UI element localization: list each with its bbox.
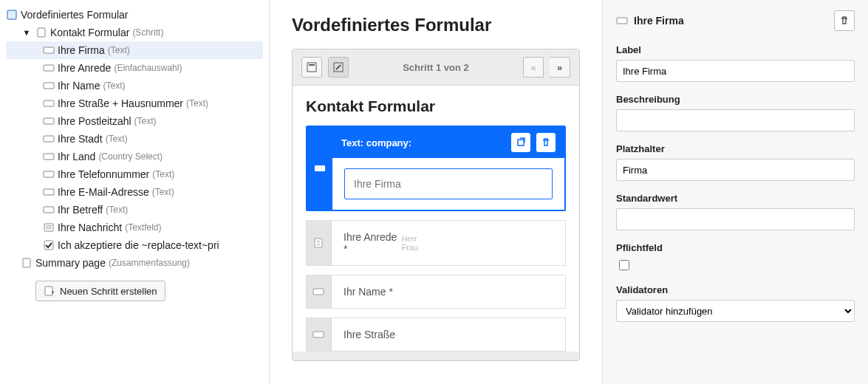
tree-field[interactable]: Ihre E-Mail-Adresse (Text)	[6, 183, 263, 201]
placeholder-input[interactable]	[616, 159, 855, 181]
inspector-panel: Ihre Firma Label Beschreibung Platzhalte…	[602, 0, 868, 384]
delete-button[interactable]	[834, 10, 855, 31]
preview-body: Kontakt Formular Text: company:	[293, 85, 579, 352]
svg-rect-0	[7, 10, 16, 19]
tree-field[interactable]: Ihre Stadt (Text)	[6, 130, 263, 148]
field-row-selected[interactable]: Text: company: Ihre Firma	[306, 126, 566, 211]
tree-root[interactable]: Vordefiniertes Formular	[6, 6, 263, 24]
svg-rect-15	[44, 241, 53, 250]
field-icon	[43, 186, 55, 198]
svg-text:+: +	[51, 289, 55, 296]
tree-field-type: (Text)	[103, 78, 126, 93]
preview-subtitle: Kontakt Formular	[306, 97, 566, 115]
svg-rect-24	[315, 239, 322, 247]
tree-field-label: Ihr Land	[58, 149, 95, 164]
desc-input[interactable]	[616, 109, 855, 131]
selected-field-placeholder[interactable]: Ihre Firma	[344, 168, 553, 199]
create-step-button[interactable]: + Neuen Schritt erstellen	[35, 281, 165, 301]
tree-step-label: Kontakt Formular	[50, 25, 129, 40]
delete-field-button[interactable]	[536, 133, 556, 152]
collapse-icon[interactable]: ▼	[21, 27, 33, 38]
tree-field-type: (Einfachauswahl)	[114, 61, 182, 75]
svg-rect-6	[44, 118, 54, 124]
field-icon	[43, 44, 55, 56]
field-icon	[43, 133, 55, 145]
desc-label: Beschreibung	[616, 94, 855, 105]
validators-label: Validatoren	[616, 284, 855, 295]
field-main: Ihre Anrede*HerrFrau	[331, 220, 566, 266]
validators-select[interactable]: Validator hinzufügen	[616, 300, 855, 322]
tree-summary[interactable]: Summary page (Zusammenfassung)	[6, 254, 263, 272]
tree-field-label: Ihre Stadt	[58, 131, 103, 146]
page-icon	[21, 257, 33, 269]
svg-rect-7	[44, 136, 54, 142]
default-label: Standardwert	[616, 193, 855, 204]
tree-field-type: (Text)	[134, 114, 157, 128]
tree-field[interactable]: Ihr Betreff (Text)	[6, 201, 263, 219]
svg-rect-27	[617, 18, 627, 24]
field-handle-icon	[306, 220, 331, 266]
tree-field-label: Ihre Straße + Hausnummer	[58, 96, 183, 111]
field-icon	[43, 204, 55, 216]
field-label: Ihre Anrede	[344, 231, 397, 243]
tree-field[interactable]: Ich akzeptiere die ~replace-text~pri	[6, 236, 263, 254]
preview-toolbar: Schritt 1 von 2 « »	[293, 49, 579, 85]
field-hint: HerrFrau	[401, 234, 418, 252]
required-label: Pflichtfeld	[616, 242, 855, 253]
tree-field-label: Ihr Name	[58, 78, 100, 93]
tree-field[interactable]: Ihre Postleitzahl (Text)	[6, 112, 263, 130]
tree-field-label: Ihre E-Mail-Adresse	[58, 185, 149, 199]
field-required-marker: *	[344, 243, 347, 255]
preview-box: Schritt 1 von 2 « » Kontakt Formular Tex…	[292, 49, 580, 361]
tree-field-type: (Country Select)	[98, 149, 163, 164]
svg-rect-16	[23, 258, 30, 267]
svg-rect-5	[44, 100, 54, 106]
field-row[interactable]: Ihre Anrede*HerrFrau	[306, 220, 566, 266]
edit-view-button[interactable]	[328, 57, 349, 78]
tree-field-type: (Text)	[108, 43, 130, 58]
required-checkbox[interactable]	[619, 260, 629, 270]
field-icon	[43, 151, 55, 162]
field-icon	[616, 15, 628, 27]
tree-field[interactable]: Ihre Straße + Hausnummer (Text)	[6, 95, 263, 112]
tree-field-type: (Text)	[106, 202, 128, 217]
field-row[interactable]: Ihre Straße	[306, 318, 566, 352]
tree-step-type: (Schritt)	[132, 25, 163, 40]
duplicate-field-button[interactable]	[511, 133, 530, 152]
svg-rect-4	[44, 83, 54, 89]
tree-step[interactable]: ▼ Kontakt Formular (Schritt)	[6, 24, 263, 41]
tree-field-label: Ihre Anrede	[58, 61, 111, 75]
tree-field[interactable]: Ihr Name (Text)	[6, 77, 263, 95]
field-handle-icon	[307, 127, 332, 210]
tree-field-label: Ihr Betreff	[58, 202, 103, 217]
field-label: Ihre Straße	[344, 329, 395, 340]
selected-field-header-text: Text: company:	[341, 137, 411, 148]
field-main: Ihr Name *	[331, 275, 566, 309]
inspector-header: Ihre Firma	[616, 10, 855, 31]
label-input[interactable]	[616, 60, 855, 82]
next-step-button[interactable]: »	[550, 57, 570, 78]
tree-field-type: (Text)	[152, 185, 174, 199]
tree-field-label: Ihre Nachricht	[58, 220, 122, 235]
field-handle-icon	[306, 275, 331, 309]
tree-field[interactable]: Ihre Telefonnummer (Text)	[6, 165, 263, 183]
svg-rect-1	[38, 28, 45, 37]
default-input[interactable]	[616, 208, 855, 230]
label-label: Label	[616, 44, 855, 55]
textarea-icon	[43, 222, 55, 233]
field-row[interactable]: Ihr Name *	[306, 275, 566, 309]
preview-panel: Vordefiniertes Formular Schritt 1 von 2 …	[270, 0, 602, 384]
prev-step-button[interactable]: «	[523, 57, 544, 78]
svg-rect-2	[44, 47, 54, 53]
tree-field-type: (Text)	[186, 96, 208, 111]
tree-field[interactable]: Ihre Nachricht (Textfeld)	[6, 219, 263, 236]
tree-field[interactable]: Ihr Land (Country Select)	[6, 148, 263, 165]
template-view-button[interactable]	[301, 57, 322, 78]
create-step-label: Neuen Schritt erstellen	[60, 286, 157, 297]
svg-rect-11	[44, 207, 54, 213]
tree-field[interactable]: Ihre Anrede (Einfachauswahl)	[6, 59, 263, 77]
form-icon	[6, 9, 18, 21]
svg-rect-19	[307, 63, 316, 72]
tree-field[interactable]: Ihre Firma (Text)	[6, 41, 263, 59]
page-icon	[35, 27, 47, 38]
